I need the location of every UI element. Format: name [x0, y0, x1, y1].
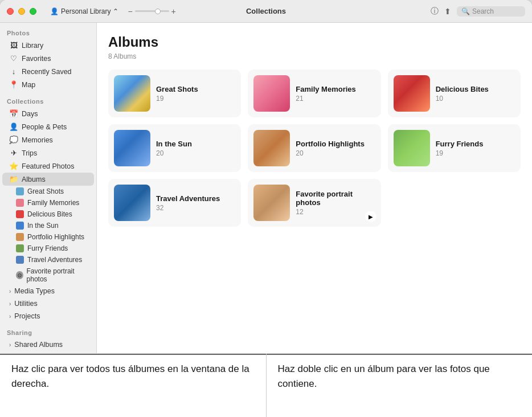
sidebar-sub-label-furry: Furry Friends — [27, 244, 68, 252]
albums-icon: 📁 — [9, 175, 18, 183]
album-name-portrait: Favorite portrait photos — [296, 190, 375, 207]
zoom-plus[interactable]: + — [171, 7, 176, 16]
album-card-delicious-bites[interactable]: Delicious Bites 10 — [388, 70, 521, 117]
favorites-icon: ♡ — [9, 54, 18, 63]
search-placeholder: Search — [472, 7, 494, 15]
close-button[interactable] — [7, 8, 14, 15]
days-icon: 📅 — [9, 109, 18, 118]
album-info-travel: Travel Adventures 32 — [156, 194, 235, 212]
callout-line-left — [0, 354, 266, 355]
in-the-sun-thumb — [16, 222, 24, 230]
slider-thumb — [155, 9, 161, 14]
album-card-in-the-sun[interactable]: In the Sun 20 — [108, 124, 241, 172]
sidebar-item-library[interactable]: 🖼 Library — [2, 39, 94, 52]
albums-grid: Great Shots 19 Family Memories 21 Delici… — [108, 70, 521, 227]
album-thumb-furry-friends — [394, 130, 430, 166]
sidebar-item-memories[interactable]: 💭 Memories — [2, 133, 94, 146]
callout-line-right — [267, 354, 533, 355]
album-count-delicious-bites: 10 — [436, 95, 515, 103]
sidebar-item-map[interactable]: 📍 Map — [2, 78, 94, 91]
album-card-great-shots[interactable]: Great Shots 19 — [108, 70, 241, 117]
album-card-portrait[interactable]: Favorite portrait photos 12 ▶ — [248, 179, 380, 227]
sidebar-label-memories: Memories — [22, 136, 53, 144]
library-icon: 🖼 — [9, 41, 18, 50]
family-memories-thumb — [16, 199, 24, 207]
album-info-delicious-bites: Delicious Bites 10 — [436, 85, 515, 103]
furry-friends-thumb — [16, 244, 24, 252]
info-icon[interactable]: ⓘ — [431, 6, 439, 17]
library-label: Personal Library — [61, 7, 111, 15]
zoom-slider[interactable]: − + — [128, 7, 175, 16]
album-thumb-in-the-sun — [114, 130, 150, 166]
album-count-furry-friends: 19 — [436, 149, 515, 157]
projects-expander: › — [9, 313, 11, 320]
album-info-portrait: Favorite portrait photos 12 — [296, 190, 375, 216]
share-icon[interactable]: ⬆ — [444, 7, 451, 16]
delicious-bites-thumb — [16, 210, 24, 218]
sidebar-sub-portrait[interactable]: ⚙ Favorite portrait photos — [0, 265, 96, 285]
minimize-button[interactable] — [18, 8, 25, 15]
album-name-furry-friends: Furry Friends — [436, 140, 515, 148]
library-selector[interactable]: 👤 Personal Library ⌃ — [50, 7, 118, 15]
sidebar-sub-family-memories[interactable]: Family Memories — [0, 197, 96, 208]
sidebar-item-shared-albums[interactable]: › Shared Albums — [2, 338, 94, 351]
photos-section-label: Photos — [0, 23, 96, 39]
sidebar-sub-label-sun: In the Sun — [27, 222, 59, 230]
fullscreen-button[interactable] — [30, 8, 36, 15]
sidebar-sub-in-the-sun[interactable]: In the Sun — [0, 220, 96, 231]
slider-track[interactable] — [135, 10, 169, 12]
sidebar-item-people-pets[interactable]: 👤 People & Pets — [2, 120, 94, 133]
sidebar-item-media-types[interactable]: › Media Types — [2, 285, 94, 297]
album-card-travel[interactable]: Travel Adventures 32 — [108, 179, 241, 227]
album-info-family-memories: Family Memories 21 — [296, 85, 375, 103]
sidebar-label-utilities: Utilities — [14, 300, 37, 308]
album-card-portfolio[interactable]: Portfolio Highlights 20 — [248, 124, 380, 172]
chevron-icon: ⌃ — [113, 7, 118, 15]
search-box[interactable]: 🔍 Search — [457, 6, 525, 17]
sidebar-sub-furry-friends[interactable]: Furry Friends — [0, 243, 96, 254]
sidebar-sub-label-portrait: Favorite portrait photos — [27, 267, 89, 283]
sidebar-item-projects[interactable]: › Projects — [2, 310, 94, 322]
album-name-delicious-bites: Delicious Bites — [436, 85, 515, 93]
album-count-great-shots: 19 — [156, 95, 235, 103]
album-card-furry-friends[interactable]: Furry Friends 19 — [388, 124, 521, 172]
album-info-portfolio: Portfolio Highlights 20 — [296, 140, 375, 157]
sidebar-sub-label-delicious: Delicious Bites — [27, 210, 72, 218]
album-info-in-the-sun: In the Sun 20 — [156, 140, 235, 157]
sidebar-item-albums[interactable]: 📁 Albums — [2, 173, 94, 186]
sidebar-sub-delicious-bites[interactable]: Delicious Bites — [0, 208, 96, 220]
sidebar-item-trips[interactable]: ✈ Trips — [2, 146, 94, 160]
sidebar-label-library: Library — [22, 42, 43, 50]
annotation-right-text: Haz doble clic en un álbum para ver las … — [278, 363, 490, 389]
memories-icon: 💭 — [9, 136, 18, 144]
portrait-thumb: ⚙ — [16, 271, 23, 279]
zoom-minus[interactable]: − — [128, 7, 132, 16]
sidebar-sub-portfolio[interactable]: Portfolio Highlights — [0, 231, 96, 243]
trips-icon: ✈ — [9, 149, 18, 157]
sidebar-label-recently-saved: Recently Saved — [22, 68, 72, 76]
album-name-in-the-sun: In the Sun — [156, 140, 235, 148]
titlebar-right: ⓘ ⬆ 🔍 Search — [431, 6, 525, 17]
empty-cell — [388, 179, 521, 227]
sidebar-label-featured: Featured Photos — [22, 162, 74, 170]
sidebar-sub-label-family: Family Memories — [27, 199, 79, 207]
album-card-family-memories[interactable]: Family Memories 21 — [248, 70, 380, 117]
sidebar-item-days[interactable]: 📅 Days — [2, 107, 94, 120]
sidebar: Photos 🖼 Library ♡ Favorites ↓ Recently … — [0, 23, 97, 353]
traffic-lights — [7, 8, 36, 15]
map-icon: 📍 — [9, 80, 18, 89]
sidebar-item-featured-photos[interactable]: ⭐ Featured Photos — [2, 160, 94, 173]
people-icon: 👤 — [9, 122, 18, 131]
sidebar-item-recently-saved[interactable]: ↓ Recently Saved — [2, 65, 94, 78]
sidebar-sub-great-shots[interactable]: Great Shots — [0, 186, 96, 197]
album-count: 8 Albums — [108, 52, 521, 60]
app-window: 👤 Personal Library ⌃ − + Collections ⓘ ⬆… — [0, 0, 532, 353]
sidebar-item-favorites[interactable]: ♡ Favorites — [2, 52, 94, 65]
content-pane: Albums 8 Albums Great Shots 19 Family Me… — [97, 23, 532, 353]
sidebar-item-utilities[interactable]: › Utilities — [2, 297, 94, 310]
album-name-portfolio: Portfolio Highlights — [296, 140, 375, 148]
album-name-family-memories: Family Memories — [296, 85, 375, 93]
sidebar-sub-travel[interactable]: Travel Adventures — [0, 254, 96, 265]
featured-icon: ⭐ — [9, 162, 18, 170]
slideshow-icon[interactable]: ▶ — [365, 211, 377, 222]
